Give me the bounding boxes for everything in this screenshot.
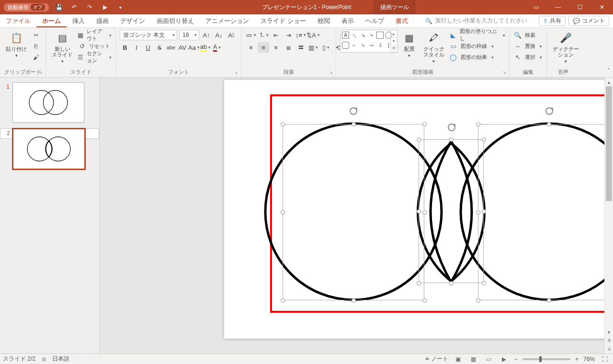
shape-down-arrow-icon[interactable]: ⇩ <box>376 42 384 49</box>
slide-canvas[interactable] <box>224 80 613 339</box>
paste-button[interactable]: 📋 貼り付け ▾ <box>4 30 29 59</box>
clear-format-icon[interactable]: A⃠ <box>226 30 237 40</box>
minimize-icon[interactable]: — <box>547 0 569 14</box>
vertical-scrollbar[interactable]: ▴ ▾ ≜ ≟ <box>604 78 613 353</box>
rotate-handle-right[interactable] <box>545 107 554 115</box>
decrease-font-icon[interactable]: A↓ <box>214 30 224 40</box>
autosave-toggle[interactable]: 自動保存 オフ <box>4 3 49 11</box>
arrange-button[interactable]: ▦ 配置▾ <box>400 30 419 59</box>
tell-me-search[interactable]: 🔍 実行したい作業を入力してください <box>425 14 527 27</box>
handle[interactable] <box>422 210 427 215</box>
handle[interactable] <box>482 137 486 142</box>
notes-button[interactable]: ≐ ノート <box>425 355 448 363</box>
clipboard-launcher-icon[interactable]: ↘ <box>39 69 43 76</box>
start-slideshow-icon[interactable]: ▶ <box>100 2 110 12</box>
handle[interactable] <box>417 281 421 285</box>
handle[interactable] <box>281 210 285 215</box>
zoom-out-icon[interactable]: − <box>514 356 518 363</box>
handle[interactable] <box>547 298 551 303</box>
shape-curve-icon[interactable]: ∿ <box>359 42 366 49</box>
align-right-icon[interactable]: ≡ <box>270 42 282 53</box>
bullets-icon[interactable]: ≔ <box>245 30 257 40</box>
redo-icon[interactable]: ↷ <box>84 2 95 12</box>
find-button[interactable]: 🔍検索 <box>513 30 542 40</box>
layout-button[interactable]: ▦レイアウト <box>78 30 112 40</box>
distribute-icon[interactable]: 〓 <box>295 42 306 53</box>
bold-icon[interactable]: B <box>120 42 130 53</box>
font-name-select[interactable]: 游ゴシック 本文▾ <box>120 30 177 40</box>
shape-arrow-icon[interactable]: ↘ <box>359 32 366 39</box>
share-button[interactable]: ⇪ 共有 <box>539 16 566 26</box>
tab-home[interactable]: ホーム <box>36 14 67 27</box>
zoom-in-icon[interactable]: + <box>575 356 579 363</box>
shape-rect-icon[interactable] <box>376 32 384 39</box>
selection-box-center[interactable] <box>419 139 484 283</box>
change-case-icon[interactable]: Aa <box>189 42 199 53</box>
shape-outline-button[interactable]: ▭図形の枠線 <box>449 41 506 51</box>
quick-styles-button[interactable]: 🖍 クイック スタイル▾ <box>421 30 446 65</box>
cut-button[interactable]: ✂ <box>32 30 40 40</box>
collapse-ribbon-icon[interactable]: ˄ <box>607 68 610 74</box>
comments-button[interactable]: 💬 コメント <box>568 16 609 26</box>
decrease-indent-icon[interactable]: ⇤ <box>270 30 282 40</box>
tab-file[interactable]: ファイル <box>0 14 36 27</box>
handle[interactable] <box>476 122 480 126</box>
dictate-button[interactable]: 🎤 ディクテー ション▾ <box>551 30 581 65</box>
tab-insert[interactable]: 挿入 <box>67 14 91 27</box>
handle[interactable] <box>476 298 480 303</box>
underline-icon[interactable]: U <box>143 42 153 53</box>
handle[interactable] <box>281 298 285 303</box>
handle[interactable] <box>422 122 427 126</box>
view-normal-icon[interactable]: ▣ <box>453 355 464 364</box>
handle[interactable] <box>352 122 356 126</box>
close-icon[interactable]: ✕ <box>591 0 613 14</box>
font-color-icon[interactable]: A <box>212 42 222 53</box>
line-spacing-icon[interactable]: ↕≡ <box>295 30 306 40</box>
tab-help[interactable]: ヘルプ <box>360 14 390 27</box>
align-text-icon[interactable]: ▯ <box>320 42 331 53</box>
handle[interactable] <box>422 298 427 303</box>
zoom-level[interactable]: 76% <box>583 356 595 363</box>
handle[interactable] <box>482 281 486 285</box>
tab-slideshow[interactable]: スライド ショー <box>255 14 312 27</box>
zoom-slider[interactable] <box>522 358 570 360</box>
tab-animations[interactable]: アニメーション <box>200 14 255 27</box>
copy-button[interactable]: ⎘ <box>32 41 40 51</box>
gallery-up-icon[interactable]: ▴ <box>391 30 397 37</box>
tab-format[interactable]: 書式 <box>390 14 414 27</box>
handle[interactable] <box>417 209 421 214</box>
view-sorter-icon[interactable]: ▦ <box>468 355 479 364</box>
highlight-icon[interactable]: ab <box>200 42 211 53</box>
qat-more-icon[interactable]: ▾ <box>115 2 125 12</box>
shape-connector-icon[interactable]: ⤷ <box>368 32 375 39</box>
handle[interactable] <box>449 137 454 142</box>
tab-draw[interactable]: 描画 <box>91 14 114 27</box>
replace-button[interactable]: ↔置換 <box>513 41 542 51</box>
numbering-icon[interactable]: ⒈ <box>258 30 269 40</box>
scroll-up-icon[interactable]: ▴ <box>605 78 613 86</box>
italic-icon[interactable]: I <box>131 42 142 53</box>
shape-roundrect-icon[interactable] <box>342 42 349 49</box>
shape-right-arrow-icon[interactable]: ⇨ <box>368 42 375 49</box>
thumbnail-slide-2[interactable]: 2 <box>0 128 99 139</box>
select-button[interactable]: ↖選択 <box>513 52 542 62</box>
slide-edit-area[interactable]: ▴ ▾ ≜ ≟ <box>100 78 613 353</box>
new-slide-button[interactable]: ▤ 新しい スライド ▾ <box>50 30 75 65</box>
maximize-icon[interactable]: ☐ <box>569 0 591 14</box>
tab-design[interactable]: デザイン <box>114 14 151 27</box>
columns-icon[interactable]: ▥ <box>307 42 319 53</box>
shadow-icon[interactable]: abe <box>166 42 176 53</box>
handle[interactable] <box>482 209 486 214</box>
section-button[interactable]: ☰セクション <box>78 52 112 62</box>
shapes-gallery[interactable]: A ＼ ↘ ⤷ ⌐ ∿ ⇨ ⇩ { ▴ ▾ <box>340 30 397 53</box>
scrollbar-thumb[interactable] <box>606 86 612 201</box>
status-language[interactable]: 日本語 <box>52 355 69 363</box>
fit-to-window-icon[interactable]: ⛶ <box>600 355 610 364</box>
prev-slide-icon[interactable]: ≜ <box>605 336 613 345</box>
text-direction-icon[interactable]: ⇅A <box>307 30 319 40</box>
gallery-down-icon[interactable]: ▾ <box>391 37 397 45</box>
drawing-launcher-icon[interactable]: ↘ <box>502 69 506 76</box>
scroll-down-icon[interactable]: ▾ <box>605 328 613 336</box>
view-slideshow-icon[interactable]: ▶ <box>499 355 510 364</box>
shape-line-icon[interactable]: ＼ <box>351 32 358 39</box>
